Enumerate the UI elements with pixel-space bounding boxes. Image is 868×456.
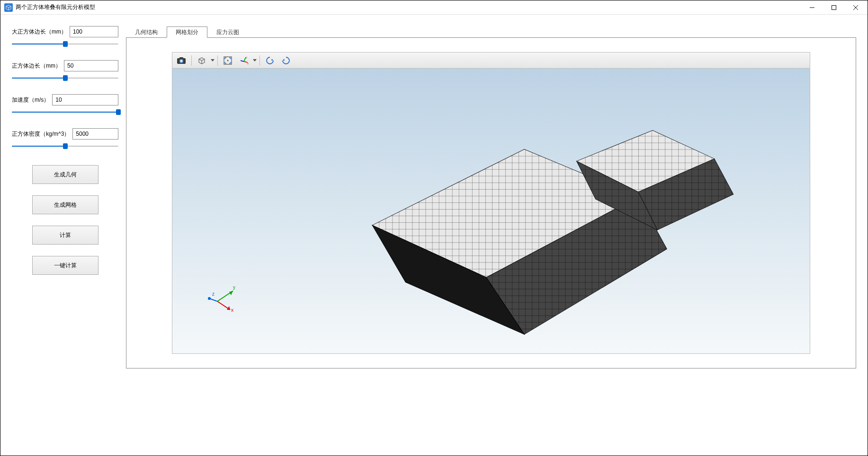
titlebar: 两个正方体堆叠有限元分析模型	[0, 0, 868, 15]
rotate-ccw-icon[interactable]	[263, 54, 277, 67]
generate-geometry-button[interactable]: 生成几何	[32, 165, 98, 184]
big-cube-input[interactable]	[70, 26, 118, 37]
svg-point-29	[208, 297, 211, 300]
app-window: 两个正方体堆叠有限元分析模型 大正方体边长（mm） 正方体边长（mm）	[0, 0, 868, 456]
fit-view-icon[interactable]	[221, 54, 235, 67]
view-cube-icon[interactable]	[195, 54, 209, 67]
axes-dropdown[interactable]	[253, 59, 257, 62]
big-cube-slider[interactable]	[12, 39, 118, 49]
app-icon	[4, 3, 13, 12]
svg-point-9	[227, 60, 229, 61]
axis-z-label: z	[212, 291, 215, 297]
generate-mesh-button[interactable]: 生成网格	[32, 195, 98, 214]
svg-text:x: x	[247, 62, 249, 65]
sidebar: 大正方体边长（mm） 正方体边长（mm） 加速度（m/s）	[12, 26, 118, 444]
view-cube-dropdown[interactable]	[211, 59, 215, 62]
svg-text:y: y	[246, 56, 247, 59]
tab-stress[interactable]: 应力云图	[207, 26, 248, 38]
window-title: 两个正方体堆叠有限元分析模型	[16, 3, 95, 11]
svg-rect-5	[179, 57, 183, 59]
compute-button[interactable]: 计算	[32, 226, 98, 245]
main-area: 几何结构 网格划分 应力云图	[126, 26, 856, 444]
mesh-visualization	[172, 69, 810, 353]
viewer-frame: xy	[126, 37, 856, 368]
orientation-triad: x y z	[206, 282, 243, 320]
small-cube-slider[interactable]	[12, 73, 118, 83]
svg-line-12	[241, 61, 244, 61]
axis-y-label: y	[233, 285, 235, 290]
accel-slider[interactable]	[12, 107, 118, 117]
tab-bar: 几何结构 网格划分 应力云图	[126, 26, 856, 37]
3d-viewport[interactable]: x y z	[172, 68, 810, 354]
viewer-toolbar: xy	[172, 52, 810, 68]
minimize-button[interactable]	[801, 0, 823, 15]
screenshot-icon[interactable]	[174, 54, 188, 67]
accel-input[interactable]	[52, 94, 118, 105]
content-area: 大正方体边长（mm） 正方体边长（mm） 加速度（m/s）	[0, 15, 868, 456]
density-input[interactable]	[72, 128, 118, 140]
svg-point-7	[180, 60, 182, 62]
close-button[interactable]	[845, 0, 867, 15]
small-cube-input[interactable]	[64, 60, 118, 71]
rotate-cw-icon[interactable]	[279, 54, 293, 67]
big-cube-label: 大正方体边长（mm）	[12, 28, 67, 36]
accel-label: 加速度（m/s）	[12, 96, 49, 104]
density-slider[interactable]	[12, 141, 118, 151]
axes-icon[interactable]: xy	[237, 54, 251, 67]
density-label: 正方体密度（kg/m^3）	[12, 130, 70, 138]
small-cube-label: 正方体边长（mm）	[12, 62, 61, 70]
axis-x-label: x	[231, 307, 233, 313]
tab-mesh[interactable]: 网格划分	[167, 26, 207, 38]
maximize-button[interactable]	[823, 0, 845, 15]
tab-geometry[interactable]: 几何结构	[126, 26, 167, 38]
svg-rect-1	[832, 5, 836, 9]
one-click-compute-button[interactable]: 一键计算	[32, 256, 98, 275]
